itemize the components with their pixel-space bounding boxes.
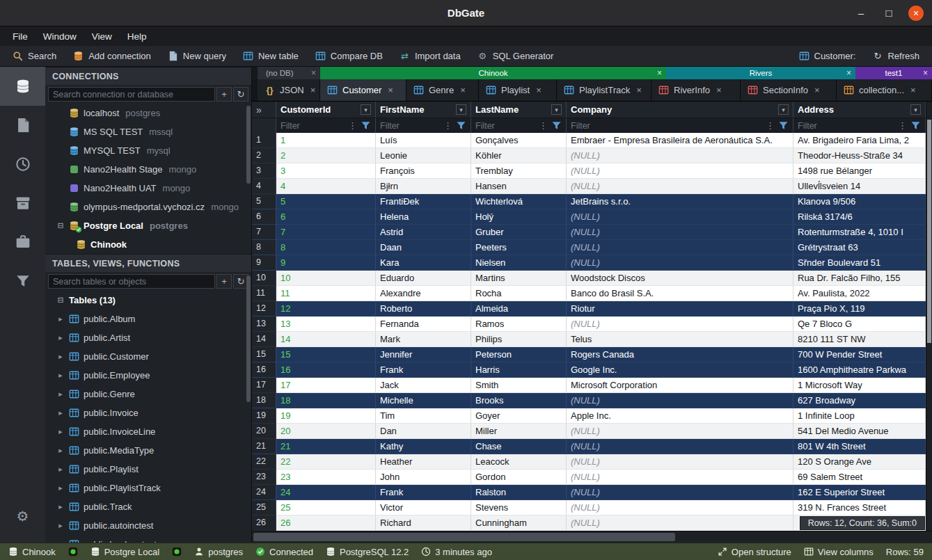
grid-cell[interactable]: 7	[276, 225, 376, 240]
grid-cell[interactable]: (NULL)	[567, 317, 793, 332]
grid-cell[interactable]: 2	[276, 148, 376, 163]
menu-window[interactable]: Window	[36, 29, 84, 44]
table-item-public-autoinctest[interactable]: ▸public.autoinctest	[45, 516, 251, 535]
table-item-public-invoice[interactable]: ▸public.Invoice	[45, 403, 251, 422]
grid-cell[interactable]: Gonçalves	[471, 133, 567, 148]
status-view-columns[interactable]: View columns	[804, 547, 874, 557]
grid-cell[interactable]: 15	[276, 347, 376, 362]
filter-cell-lastname[interactable]: Filter⋮	[471, 118, 567, 133]
table-row[interactable]: 2121KathyChase(NULL)801 W 4th Street	[252, 439, 926, 454]
table-row[interactable]: 44BjłrnHansen(NULL)Ullevĺlsveien 14	[252, 179, 926, 194]
grid-cell[interactable]: 21	[276, 439, 376, 454]
grid-cell[interactable]: Klanova 9/506	[793, 194, 926, 209]
table-row[interactable]: 2020DanMiller(NULL)541 Del Medio Avenue	[252, 424, 926, 439]
chevron-right-icon[interactable]: ▸	[56, 483, 65, 493]
close-icon[interactable]: ×	[311, 68, 316, 78]
grid-cell[interactable]: Helena	[376, 209, 471, 225]
column-header-address[interactable]: Address▾	[793, 102, 926, 118]
filter-cell-firstname[interactable]: Filter⋮	[376, 118, 471, 133]
nav-file[interactable]	[0, 106, 45, 145]
close-icon[interactable]: ×	[923, 68, 928, 78]
grid-cell[interactable]: Telus	[567, 332, 793, 347]
connection-nano2health-stage[interactable]: Nano2Health Stagemongo	[45, 160, 251, 179]
close-icon[interactable]: ×	[636, 85, 642, 95]
grid-cell[interactable]: 3	[276, 163, 376, 179]
chevron-right-icon[interactable]: ▸	[56, 333, 65, 342]
chevron-right-icon[interactable]: ▸	[56, 502, 65, 511]
table-item-public-mediatype[interactable]: ▸public.MediaType	[45, 441, 251, 460]
nav-archive[interactable]	[0, 184, 45, 223]
collapse-icon[interactable]: ⊟	[56, 296, 65, 305]
minimize-button[interactable]: –	[853, 5, 869, 22]
chevron-right-icon[interactable]: ▸	[56, 446, 65, 455]
grid-cell[interactable]: Cunningham	[471, 515, 567, 531]
grid-cell[interactable]: Mark	[376, 332, 471, 347]
tab-json[interactable]: {}JSON×	[258, 79, 320, 101]
table-item-public-playlist[interactable]: ▸public.Playlist	[45, 460, 251, 479]
grid-cell[interactable]: 6	[276, 209, 376, 225]
close-icon[interactable]: ×	[388, 85, 393, 95]
grid-cell[interactable]: (NULL)	[567, 240, 793, 255]
grid-cell[interactable]: (NULL)	[567, 148, 793, 163]
close-icon[interactable]: ×	[814, 85, 820, 95]
expand-all-button[interactable]: »	[252, 102, 276, 118]
refresh-connections-button[interactable]: ↻	[233, 87, 248, 102]
grid-cell[interactable]: Wichterlová	[471, 194, 567, 209]
grid-cell[interactable]: Eduardo	[376, 271, 471, 286]
grid-cell[interactable]: 4	[276, 179, 376, 194]
grid-cell[interactable]: 13	[276, 317, 376, 332]
grid-cell[interactable]: 22	[276, 454, 376, 470]
grid-cell[interactable]: 14	[276, 332, 376, 347]
grid-cell[interactable]: 18	[276, 393, 376, 408]
chevron-right-icon[interactable]: ▸	[56, 408, 65, 417]
grid-cell[interactable]: Bjłrn	[376, 179, 471, 194]
menu-view[interactable]: View	[85, 29, 119, 44]
grid-cell[interactable]: 23	[276, 470, 376, 485]
chevron-down-icon[interactable]: ▾	[551, 104, 562, 115]
toolbar-new-query-button[interactable]: New query	[159, 46, 235, 66]
grid-cell[interactable]: Rua Dr. Falcão Filho, 155	[793, 271, 926, 286]
status-postgres[interactable]: postgres	[194, 547, 243, 557]
add-connection-plus-button[interactable]: +	[216, 87, 232, 102]
table-row[interactable]: 33FrançoisTremblay(NULL)1498 rue Bélange…	[252, 163, 926, 179]
horizontal-scrollbar-thumb[interactable]	[253, 533, 675, 541]
grid-cell[interactable]: 162 E Superior Street	[793, 485, 926, 500]
grid-cell[interactable]: Tremblay	[471, 163, 567, 179]
status-3-minutes-ago[interactable]: 3 minutes ago	[421, 547, 492, 557]
grid-cell[interactable]: Peterson	[471, 347, 567, 362]
grid-cell[interactable]: 20	[276, 424, 376, 439]
tables-group-row[interactable]: ⊟ Tables (13)	[45, 291, 251, 310]
table-item-public-employee[interactable]: ▸public.Employee	[45, 366, 251, 385]
grid-cell[interactable]: 627 Broadway	[793, 393, 926, 408]
connection-chinook[interactable]: Chinook	[45, 235, 251, 254]
grid-cell[interactable]: (NULL)	[567, 209, 793, 225]
grid-cell[interactable]: (NULL)	[567, 454, 793, 470]
table-item-public-album[interactable]: ▸public.Album	[45, 310, 251, 328]
grid-cell[interactable]: 5	[276, 194, 376, 209]
filter-cell-address[interactable]: Filter⋮	[793, 118, 926, 133]
chevron-right-icon[interactable]: ▸	[56, 390, 65, 399]
close-icon[interactable]: ×	[460, 85, 466, 95]
nav-filter[interactable]	[0, 262, 45, 301]
grid-cell[interactable]: 10	[276, 271, 376, 286]
connection-postgre-local[interactable]: ⊟Postgre Localpostgres	[45, 216, 251, 235]
chevron-right-icon[interactable]: ▸	[56, 465, 65, 474]
tab-genre[interactable]: Genre×	[406, 79, 479, 101]
grid-cell[interactable]: (NULL)	[567, 255, 793, 271]
grid-cell[interactable]: Brooks	[471, 393, 567, 408]
close-icon[interactable]: ×	[716, 85, 722, 95]
column-header-lastname[interactable]: LastName▾	[471, 102, 567, 118]
grid-cell[interactable]: Frank	[376, 362, 471, 378]
maximize-button[interactable]: □	[880, 5, 897, 22]
grid-cell[interactable]: Embraer - Empresa Brasileira de Aeronáut…	[567, 133, 793, 148]
menu-dots-icon[interactable]: ⋮	[347, 120, 358, 131]
grid-cell[interactable]: Philips	[471, 332, 567, 347]
column-header-company[interactable]: Company▾	[567, 102, 793, 118]
chevron-down-icon[interactable]: ▾	[910, 104, 921, 115]
table-row[interactable]: 55FrantiĐekWichterlováJetBrains s.r.o.Kl…	[252, 194, 926, 209]
grid-cell[interactable]: (NULL)	[567, 470, 793, 485]
grid-cell[interactable]: Banco do Brasil S.A.	[567, 286, 793, 301]
nav-briefcase[interactable]	[0, 223, 45, 262]
table-row[interactable]: 1717JackSmithMicrosoft Corporation1 Micr…	[252, 378, 926, 393]
grid-cell[interactable]: 12	[276, 301, 376, 317]
